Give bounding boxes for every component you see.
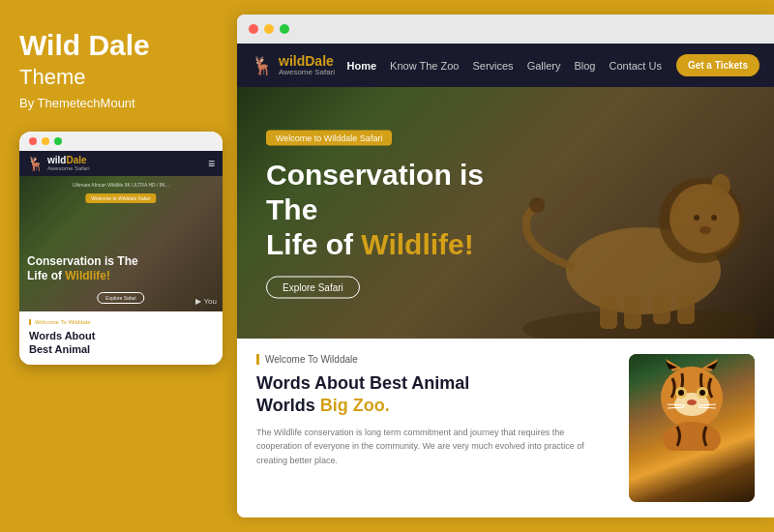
theme-by: By ThemetechMount — [19, 96, 135, 110]
welcome-to-wilddale-label: Welcome To Wilddale — [256, 354, 610, 365]
site-navigation: 🦌 wildDale Awesome Safari Home Know The … — [237, 44, 774, 87]
mobile-youtube-badge: ▶ You — [195, 297, 217, 306]
mobile-browser-bar — [19, 132, 223, 151]
svg-point-9 — [700, 226, 711, 234]
hero-welcome-badge: Welcome to Wilddale Safari — [266, 131, 392, 146]
mobile-bottom-section: Welcome To Wilddale Words About Best Ani… — [19, 311, 223, 365]
mobile-explore-button[interactable]: Explore Safari — [97, 292, 144, 304]
mobile-preview-card: 🦌 wildDale Awesome Safari ≡ Ultimate Afr… — [19, 132, 223, 365]
mobile-dot-yellow — [42, 137, 49, 145]
left-panel: Wild Dale Theme By ThemetechMount 🦌 wild… — [0, 0, 237, 532]
site-logo-name: wildDale — [279, 54, 335, 68]
theme-subtitle: Theme — [19, 65, 85, 90]
site-logo-text: wildDale Awesome Safari — [279, 54, 335, 76]
mobile-deer-icon: 🦌 — [27, 156, 44, 171]
svg-point-7 — [694, 215, 700, 221]
mobile-dot-green — [54, 137, 62, 145]
mobile-nav: 🦌 wildDale Awesome Safari ≡ — [19, 151, 223, 176]
browser-dot-yellow — [264, 24, 274, 34]
nav-services[interactable]: Services — [472, 60, 513, 72]
browser-dot-green — [280, 24, 289, 34]
explore-safari-button[interactable]: Explore Safari — [266, 277, 360, 299]
mobile-logo-name: wildDale — [47, 156, 90, 165]
mobile-logo-area: 🦌 wildDale Awesome Safari — [27, 156, 90, 171]
lion-silhouette-svg — [503, 116, 755, 339]
tiger-image — [629, 354, 755, 502]
svg-rect-11 — [624, 295, 641, 329]
mobile-hero-text: Conservation is The Life of Wildlife! — [27, 254, 215, 282]
mobile-welcome-badge: Welcome to Wilddale Safari — [85, 193, 156, 203]
mobile-ticker: Ultimate African Wildlife 8K ULTRA HD / … — [73, 182, 169, 188]
theme-title: Wild Dale — [19, 29, 150, 61]
svg-rect-10 — [600, 295, 617, 329]
hero-heading: Conservation is The Life of Wildlife! — [266, 158, 537, 262]
mobile-dot-red — [29, 137, 37, 145]
mobile-hamburger-icon[interactable]: ≡ — [208, 157, 215, 170]
tiger-svg — [629, 354, 755, 451]
svg-point-19 — [678, 390, 684, 396]
nav-know-zoo[interactable]: Know The Zoo — [390, 60, 459, 72]
svg-point-20 — [700, 390, 705, 396]
svg-point-30 — [663, 422, 721, 451]
mobile-welcome-label: Welcome To Wilddale — [29, 319, 213, 325]
browser-chrome-bar — [237, 15, 774, 44]
svg-rect-12 — [653, 295, 670, 324]
svg-point-21 — [687, 399, 697, 405]
site-deer-icon: 🦌 — [252, 55, 273, 76]
section-main-heading: Words About Best Animal Worlds Big Zoo. — [256, 372, 610, 418]
mobile-section-heading: Words About Best Animal — [29, 329, 213, 357]
mobile-logo-sub: Awesome Safari — [47, 165, 90, 171]
nav-gallery[interactable]: Gallery — [527, 60, 561, 72]
site-logo-sub: Awesome Safari — [279, 68, 335, 76]
bottom-content-section: Welcome To Wilddale Words About Best Ani… — [237, 339, 774, 517]
mobile-hero-section: Ultimate African Wildlife 8K ULTRA HD / … — [19, 176, 223, 311]
hero-section: Welcome to Wilddale Safari Conservation … — [237, 87, 774, 339]
hero-content: Welcome to Wilddale Safari Conservation … — [266, 128, 537, 299]
bottom-left-content: Welcome To Wilddale Words About Best Ani… — [256, 354, 629, 502]
browser-dot-red — [249, 24, 258, 34]
nav-blog[interactable]: Blog — [574, 60, 595, 72]
svg-rect-13 — [677, 295, 695, 324]
nav-contact[interactable]: Contact Us — [610, 60, 662, 72]
mobile-logo-text: wildDale Awesome Safari — [47, 156, 90, 171]
section-description: The Wildlife conservation is long term c… — [256, 426, 610, 467]
nav-home[interactable]: Home — [347, 60, 377, 72]
tiger-image-area — [629, 354, 755, 502]
nav-links-group: Home Know The Zoo Services Gallery Blog … — [347, 60, 662, 72]
get-tickets-button[interactable]: Get a Tickets — [676, 54, 759, 76]
site-logo-area: 🦌 wildDale Awesome Safari — [252, 54, 335, 76]
svg-point-5 — [670, 184, 739, 253]
svg-point-8 — [711, 215, 717, 221]
mobile-hero-heading: Conservation is The Life of Wildlife! — [27, 254, 215, 282]
desktop-preview-panel: 🦌 wildDale Awesome Safari Home Know The … — [237, 15, 774, 517]
svg-point-6 — [711, 174, 730, 197]
